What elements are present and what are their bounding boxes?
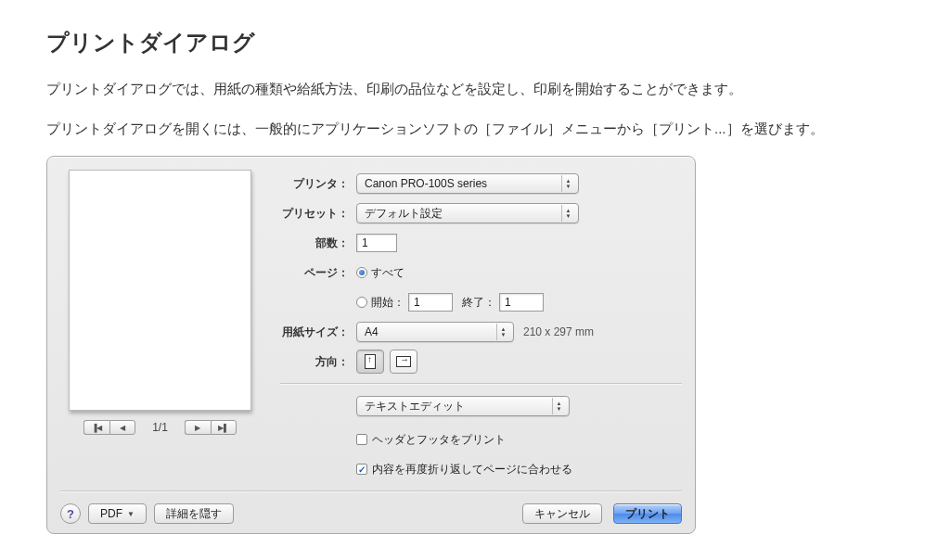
page-indicator: 1/1 <box>152 421 168 434</box>
divider <box>60 490 682 492</box>
header-footer-label: ヘッダとフッタをプリント <box>372 432 506 448</box>
page-preview <box>69 170 251 411</box>
preset-value: デフォルト設定 <box>365 206 443 222</box>
intro-paragraph-1: プリントダイアログでは、用紙の種類や給紙方法、印刷の品位などを設定し、印刷を開始… <box>46 76 904 101</box>
printer-value: Canon PRO-100S series <box>365 177 487 190</box>
hide-details-button[interactable]: 詳細を隠す <box>154 503 234 524</box>
paper-size-label: 用紙サイズ： <box>280 325 356 340</box>
last-page-button[interactable]: ▶▌ <box>211 420 237 435</box>
orientation-portrait-button[interactable] <box>356 350 384 374</box>
updown-icon: ▲▼ <box>561 205 574 222</box>
from-label: 開始： <box>371 295 404 311</box>
updown-icon: ▲▼ <box>496 324 509 340</box>
orientation-landscape-button[interactable] <box>390 350 417 374</box>
from-field[interactable]: 1 <box>408 293 453 312</box>
next-page-button[interactable]: ▶ <box>185 420 211 435</box>
pdf-label: PDF <box>100 507 122 520</box>
copies-label: 部数： <box>280 235 356 251</box>
rewrap-label: 内容を再度折り返してページに合わせる <box>372 462 572 477</box>
pages-range-radio[interactable] <box>356 297 367 308</box>
updown-icon: ▲▼ <box>561 175 574 192</box>
paper-size-select[interactable]: A4 ▲▼ <box>356 322 514 342</box>
paper-dimension: 210 x 297 mm <box>523 325 594 338</box>
paper-size-value: A4 <box>365 325 379 338</box>
help-button[interactable]: ? <box>60 503 81 524</box>
first-page-button[interactable]: ▐◀ <box>83 420 109 435</box>
page-title: プリントダイアログ <box>46 28 904 57</box>
pages-all-label: すべて <box>371 265 404 281</box>
divider <box>280 383 682 385</box>
preview-column: ▐◀ ◀ 1/1 ▶ ▶▌ <box>60 170 260 481</box>
pdf-menu-button[interactable]: PDF ▼ <box>88 503 147 524</box>
rewrap-checkbox[interactable]: ✓ <box>356 464 367 475</box>
section-select[interactable]: テキストエディット ▲▼ <box>356 396 570 416</box>
copies-field[interactable]: 1 <box>356 234 397 252</box>
print-dialog: ▐◀ ◀ 1/1 ▶ ▶▌ プリンタ： Canon PRO-100S serie… <box>46 156 696 534</box>
cancel-button[interactable]: キャンセル <box>522 503 602 524</box>
updown-icon: ▲▼ <box>552 398 565 414</box>
to-field[interactable]: 1 <box>499 293 544 312</box>
pages-all-radio[interactable] <box>356 267 367 278</box>
pages-label: ページ： <box>280 265 356 281</box>
settings-column: プリンタ： Canon PRO-100S series ▲▼ プリセット： デフ… <box>273 170 682 481</box>
preset-select[interactable]: デフォルト設定 ▲▼ <box>356 203 579 223</box>
section-value: テキストエディット <box>365 399 465 414</box>
orientation-label: 方向： <box>280 354 356 370</box>
preset-label: プリセット： <box>273 206 356 222</box>
printer-select[interactable]: Canon PRO-100S series ▲▼ <box>356 173 579 194</box>
print-button[interactable]: プリント <box>613 503 682 524</box>
to-label: 終了： <box>462 295 495 311</box>
landscape-icon <box>396 356 411 367</box>
header-footer-checkbox[interactable] <box>356 434 367 445</box>
portrait-icon <box>365 354 376 369</box>
printer-label: プリンタ： <box>273 176 356 192</box>
prev-page-button[interactable]: ◀ <box>109 420 135 435</box>
intro-paragraph-2: プリントダイアログを開くには、一般的にアプリケーションソフトの［ファイル］メニュ… <box>46 116 904 141</box>
chevron-down-icon: ▼ <box>127 510 135 518</box>
